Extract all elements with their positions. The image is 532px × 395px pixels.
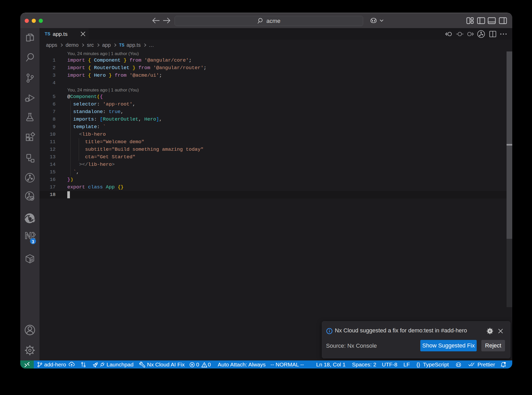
svg-text:3: 3	[32, 240, 34, 244]
